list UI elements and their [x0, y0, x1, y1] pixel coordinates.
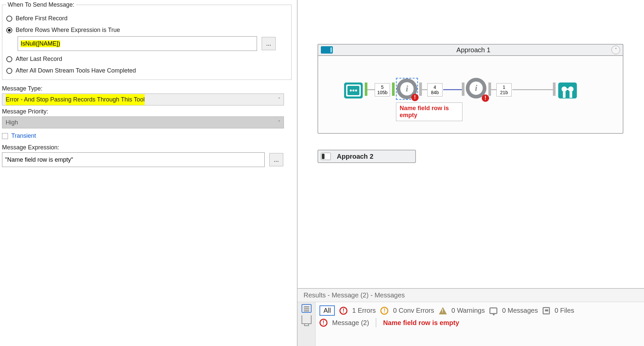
browse-tool[interactable] [557, 80, 578, 101]
expression-input[interactable]: IsNull([NAME]) [18, 36, 257, 51]
records-count: 4 [428, 85, 442, 90]
radio-after-downstream-complete[interactable]: After All Down Stream Tools Have Complet… [6, 67, 287, 74]
radio-after-last-record[interactable]: After Last Record [6, 56, 287, 63]
radio-before-rows-expression[interactable]: Before Rows Where Expression is True [6, 27, 287, 34]
expression-browse-button[interactable]: ... [262, 37, 276, 50]
divider-icon [376, 318, 376, 327]
connector-wire [512, 89, 553, 90]
message-type-value: Error - And Stop Passing Records Through… [6, 94, 145, 105]
radio-icon [6, 27, 12, 33]
error-icon: ! [320, 319, 327, 327]
records-count: 5 [375, 85, 390, 90]
input-anchor-icon [462, 83, 464, 96]
message-expression-label: Message Expression: [2, 144, 292, 151]
right-panel: Approach 1 ˄ 5 105b [298, 0, 644, 346]
results-view-switcher [298, 302, 316, 346]
message-tool-1[interactable]: i ! [396, 78, 418, 100]
radio-label: After Last Record [16, 56, 62, 63]
file-icon [543, 307, 550, 314]
radio-label: Before Rows Where Expression is True [16, 27, 120, 34]
filter-warnings[interactable]: 0 Warnings [451, 307, 485, 314]
container-title: Approach 1 [335, 46, 611, 54]
conv-error-icon: ! [380, 307, 388, 315]
workflow-canvas[interactable]: Approach 1 ˄ 5 105b [298, 0, 644, 288]
results-content: All ! 1 Errors ! 0 Conv Errors 0 Warning… [316, 302, 644, 346]
message-type-label: Message Type: [2, 85, 292, 92]
output-anchor-icon [419, 83, 422, 96]
results-pane: Results - Message (2) - Messages All ! 1… [298, 288, 644, 346]
output-anchor-icon [365, 83, 367, 96]
svg-rect-10 [570, 92, 572, 98]
input-anchor-icon [553, 83, 556, 96]
message-icon [489, 307, 497, 314]
error-badge-icon: ! [411, 94, 419, 101]
list-view-icon[interactable] [302, 304, 312, 313]
message-priority-select: High ˅ [2, 116, 284, 128]
svg-point-7 [562, 86, 567, 92]
radio-icon [6, 56, 12, 62]
chevron-down-icon: ˅ [278, 120, 280, 125]
message-text: Name field row is empty [383, 319, 459, 327]
svg-point-3 [350, 89, 352, 91]
error-icon: ! [339, 307, 347, 315]
collapse-button[interactable]: ˄ [611, 46, 620, 54]
config-panel: When To Send Message: Before First Recor… [0, 0, 298, 346]
message-priority-value: High [6, 119, 18, 126]
transient-checkbox-row[interactable]: Transient [2, 132, 292, 139]
filter-files[interactable]: 0 Files [555, 307, 574, 314]
filter-all[interactable]: All [320, 305, 335, 316]
connector-wire [367, 89, 375, 90]
svg-point-5 [355, 89, 357, 91]
chevron-down-icon: ˅ [278, 97, 280, 102]
warning-icon [439, 307, 447, 314]
filter-messages[interactable]: 0 Messages [502, 307, 538, 314]
radio-icon [6, 68, 12, 74]
message-expression-text: "Name field row is empty" [5, 156, 73, 163]
info-icon: i [400, 82, 414, 95]
error-badge-icon: ! [482, 94, 489, 102]
output-anchor-icon [488, 83, 491, 96]
filter-errors[interactable]: 1 Errors [352, 307, 376, 314]
workflow-row: 5 105b i ! 4 84b Name field row is empt [318, 56, 623, 134]
message-expression-input[interactable]: "Name field row is empty" [2, 152, 265, 167]
expression-text: IsNull([NAME]) [21, 40, 60, 47]
chevron-up-icon: ˄ [615, 47, 617, 53]
filter-view-icon[interactable] [302, 315, 312, 324]
svg-rect-6 [558, 83, 577, 98]
container-handle-icon [321, 46, 333, 54]
message-priority-label: Message Priority: [2, 108, 292, 115]
error-tooltip: Name field row is empty [396, 102, 462, 121]
container-approach-2[interactable]: Approach 2 [318, 150, 416, 163]
results-filter-row: All ! 1 Errors ! 0 Conv Errors 0 Warning… [316, 304, 644, 317]
connector-wire [443, 89, 462, 90]
checkbox-icon [2, 133, 8, 139]
results-title: Results - Message (2) - Messages [298, 289, 644, 302]
input-anchor-icon [392, 83, 395, 96]
radio-before-first-record[interactable]: Before First Record [6, 15, 287, 22]
data-size: 21b [497, 90, 511, 95]
radio-label: Before First Record [16, 15, 67, 22]
connection-data-2[interactable]: 4 84b [427, 83, 443, 96]
filter-conv-errors[interactable]: 0 Conv Errors [393, 307, 434, 314]
when-to-send-group: When To Send Message: Before First Recor… [2, 1, 292, 80]
svg-point-4 [352, 89, 354, 91]
text-input-tool[interactable] [343, 80, 364, 101]
records-count: 1 [497, 85, 511, 90]
results-message-row[interactable]: ! Message (2) Name field row is empty [316, 317, 644, 328]
data-size: 84b [428, 90, 442, 95]
when-to-send-legend: When To Send Message: [6, 1, 76, 8]
message-tool-2[interactable]: i ! [466, 78, 488, 100]
connection-data-1[interactable]: 5 105b [375, 83, 390, 96]
container-approach-1-header[interactable]: Approach 1 ˄ [318, 44, 623, 56]
radio-icon [6, 16, 12, 22]
svg-rect-9 [563, 92, 566, 98]
svg-rect-11 [566, 88, 569, 90]
connector-wire [491, 89, 496, 90]
message-type-select[interactable]: Error - And Stop Passing Records Through… [2, 93, 284, 105]
radio-label: After All Down Stream Tools Have Complet… [16, 67, 136, 74]
transient-label: Transient [11, 132, 36, 139]
container-handle-icon [321, 153, 331, 160]
message-expression-browse-button[interactable]: ... [269, 153, 283, 166]
info-icon: i [469, 82, 483, 95]
connection-data-3[interactable]: 1 21b [496, 83, 512, 96]
